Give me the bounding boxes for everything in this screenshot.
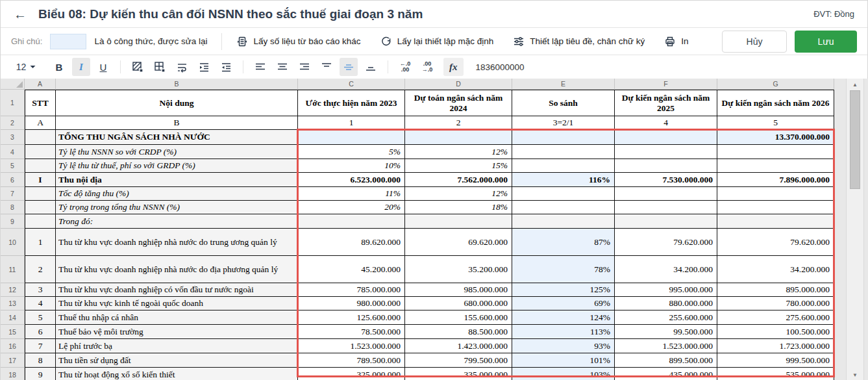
cell-E12[interactable]: 125% bbox=[512, 283, 615, 297]
cell-F14[interactable]: 255.600.000 bbox=[615, 310, 717, 325]
cell-A14[interactable]: 5 bbox=[25, 310, 56, 325]
row-header-11[interactable]: 11 bbox=[1, 256, 25, 283]
cell-A13[interactable]: 4 bbox=[25, 297, 56, 310]
cell-E10[interactable]: 87% bbox=[512, 229, 615, 256]
cell-D4[interactable]: 12% bbox=[405, 145, 512, 159]
cell-G13[interactable]: 780.000.000 bbox=[717, 297, 834, 310]
cell-D17[interactable]: 799.500.000 bbox=[405, 353, 512, 368]
row-header-5[interactable]: 5 bbox=[1, 159, 25, 173]
row-header-12[interactable]: 12 bbox=[1, 283, 25, 297]
cell-C16[interactable]: 1.523.000.000 bbox=[298, 339, 405, 353]
cell-C9[interactable] bbox=[298, 214, 405, 229]
cell-G2[interactable]: 5 bbox=[717, 116, 834, 130]
valign-middle-button[interactable] bbox=[340, 58, 358, 76]
cell-G7[interactable] bbox=[717, 187, 834, 201]
cell-A17[interactable]: 8 bbox=[25, 353, 56, 368]
align-center-button[interactable] bbox=[273, 58, 291, 76]
vertical-scrollbar[interactable]: ▲ ▼ bbox=[846, 79, 864, 380]
row-header-15[interactable]: 15 bbox=[1, 325, 25, 339]
save-button[interactable]: Lưu bbox=[795, 31, 857, 53]
cell-F11[interactable]: 34.200.000 bbox=[615, 256, 717, 283]
unmerge-cells-button[interactable] bbox=[151, 58, 169, 76]
get-data-from-report-button[interactable]: Lấy số liệu từ báo cáo khác bbox=[236, 36, 360, 47]
print-button[interactable]: In bbox=[664, 36, 688, 47]
cell-B15[interactable]: Thuế bảo vệ môi trường bbox=[56, 325, 298, 339]
cell-A16[interactable]: 7 bbox=[25, 339, 56, 353]
cell-D7[interactable]: 12% bbox=[405, 187, 512, 201]
col-header-C[interactable]: C bbox=[298, 79, 405, 90]
cell-B14[interactable]: Thuế thu nhập cá nhân bbox=[56, 310, 298, 325]
row-header-4[interactable]: 4 bbox=[1, 145, 25, 159]
wrap-text-button[interactable] bbox=[173, 58, 191, 76]
cell-E2[interactable]: 3=2/1 bbox=[512, 116, 615, 130]
cell-E13[interactable]: 69% bbox=[512, 297, 615, 310]
cell-G12[interactable]: 895.000.000 bbox=[717, 283, 834, 297]
cell-B10[interactable]: Thu từ khu vực doanh nghiệp nhà nước do … bbox=[56, 229, 298, 256]
cell-F3[interactable] bbox=[615, 130, 717, 145]
cell-B12[interactable]: Thu từ khu vực doanh nghiệp có vốn đầu t… bbox=[56, 283, 298, 297]
cell-E16[interactable]: 93% bbox=[512, 339, 615, 353]
cell-G5[interactable] bbox=[717, 159, 834, 173]
cell-A15[interactable]: 6 bbox=[25, 325, 56, 339]
cell-F10[interactable]: 79.620.000 bbox=[615, 229, 717, 256]
cell-G6[interactable]: 7.896.000.000 bbox=[717, 173, 834, 187]
decrease-decimal-button[interactable]: ←.0 .00 bbox=[396, 58, 414, 76]
merge-cells-button[interactable] bbox=[129, 58, 147, 76]
cell-B16[interactable]: Lệ phí trước bạ bbox=[56, 339, 298, 353]
cell-E6[interactable]: 116% bbox=[512, 173, 615, 187]
cell-F15[interactable]: 99.500.000 bbox=[615, 325, 717, 339]
cell-C5[interactable]: 10% bbox=[298, 159, 405, 173]
cancel-button[interactable]: Hủy bbox=[722, 31, 787, 53]
cell-F1[interactable]: Dự kiến ngân sách năm 2025 bbox=[615, 90, 717, 116]
cell-E18[interactable]: 103% bbox=[512, 368, 615, 380]
select-all-corner[interactable] bbox=[1, 79, 25, 90]
row-header-6[interactable]: 6 bbox=[1, 173, 25, 187]
cell-E5[interactable] bbox=[512, 159, 615, 173]
cell-D11[interactable]: 35.200.000 bbox=[405, 256, 512, 283]
cell-D18[interactable]: 335.000.000 bbox=[405, 368, 512, 380]
cell-F17[interactable]: 899.500.000 bbox=[615, 353, 717, 368]
reset-default-settings-button[interactable]: Lấy lại thiết lập mặc định bbox=[380, 36, 494, 47]
cell-G10[interactable]: 79.620.000 bbox=[717, 229, 834, 256]
cell-A18[interactable]: 9 bbox=[25, 368, 56, 380]
indent-decrease-button[interactable] bbox=[217, 58, 235, 76]
cell-G1[interactable]: Dự kiến ngân sách năm 2026 bbox=[717, 90, 834, 116]
cell-E17[interactable]: 101% bbox=[512, 353, 615, 368]
col-header-A[interactable]: A bbox=[25, 79, 56, 90]
cell-B11[interactable]: Thu từ khu vực doanh nghiệp nhà nước do … bbox=[56, 256, 298, 283]
cell-G15[interactable]: 100.500.000 bbox=[717, 325, 834, 339]
cell-F5[interactable] bbox=[615, 159, 717, 173]
scroll-down-arrow-icon[interactable]: ▼ bbox=[847, 370, 863, 379]
cell-E1[interactable]: So sánh bbox=[512, 90, 615, 116]
cell-D1[interactable]: Dự toán ngân sách năm 2024 bbox=[405, 90, 512, 116]
cell-C18[interactable]: 325.000.000 bbox=[298, 368, 405, 380]
cell-D12[interactable]: 985.000.000 bbox=[405, 283, 512, 297]
cell-E7[interactable] bbox=[512, 187, 615, 201]
cell-B6[interactable]: Thu nội địa bbox=[56, 173, 298, 187]
cell-E4[interactable] bbox=[512, 145, 615, 159]
cell-E9[interactable] bbox=[512, 214, 615, 229]
cell-A3[interactable] bbox=[25, 130, 56, 145]
cell-F4[interactable] bbox=[615, 145, 717, 159]
cell-B1[interactable]: Nội dung bbox=[56, 90, 298, 116]
cell-G14[interactable]: 275.600.000 bbox=[717, 310, 834, 325]
col-header-G[interactable]: G bbox=[717, 79, 834, 90]
cell-B13[interactable]: Thu từ khu vực kinh tế ngoài quốc doanh bbox=[56, 297, 298, 310]
cell-E3[interactable] bbox=[512, 130, 615, 145]
row-header-2[interactable]: 2 bbox=[1, 116, 25, 130]
cell-B3[interactable]: TỔNG THU NGÂN SÁCH NHÀ NƯỚC bbox=[56, 130, 298, 145]
increase-decimal-button[interactable]: .00 →.0 bbox=[418, 58, 436, 76]
cell-A10[interactable]: 1 bbox=[25, 229, 56, 256]
cell-G9[interactable] bbox=[717, 214, 834, 229]
row-header-8[interactable]: 8 bbox=[1, 201, 25, 214]
cell-D9[interactable] bbox=[405, 214, 512, 229]
formula-bar-value[interactable]: 1836000000 bbox=[476, 62, 525, 72]
cell-D8[interactable]: 18% bbox=[405, 201, 512, 214]
cell-C10[interactable]: 89.620.000 bbox=[298, 229, 405, 256]
cell-A9[interactable] bbox=[25, 214, 56, 229]
cell-C8[interactable]: 20% bbox=[298, 201, 405, 214]
cell-C7[interactable]: 11% bbox=[298, 187, 405, 201]
cell-A11[interactable]: 2 bbox=[25, 256, 56, 283]
cell-A6[interactable]: I bbox=[25, 173, 56, 187]
cell-B7[interactable]: Tốc độ tăng thu (%) bbox=[56, 187, 298, 201]
